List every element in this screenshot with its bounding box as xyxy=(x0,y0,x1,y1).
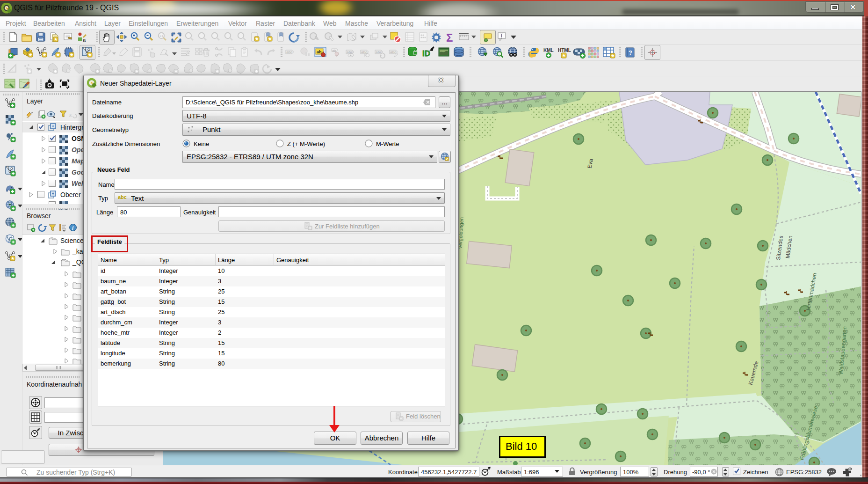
svg-text:Σ: Σ xyxy=(446,31,453,44)
svg-text:1:1: 1:1 xyxy=(159,35,164,37)
svg-text:abc: abc xyxy=(287,50,293,54)
svg-text:abc: abc xyxy=(391,50,397,54)
svg-text:ID: ID xyxy=(422,49,430,58)
svg-text:ab: ab xyxy=(333,49,336,52)
svg-text:KML: KML xyxy=(543,48,554,53)
svg-text:abc: abc xyxy=(376,50,382,54)
svg-text:ab: ab xyxy=(317,50,322,54)
svg-text:ε: ε xyxy=(69,111,72,118)
svg-text:T: T xyxy=(500,33,503,38)
svg-text:a: a xyxy=(83,37,86,43)
svg-text:HTML: HTML xyxy=(558,48,571,53)
svg-text:?: ? xyxy=(629,49,632,56)
